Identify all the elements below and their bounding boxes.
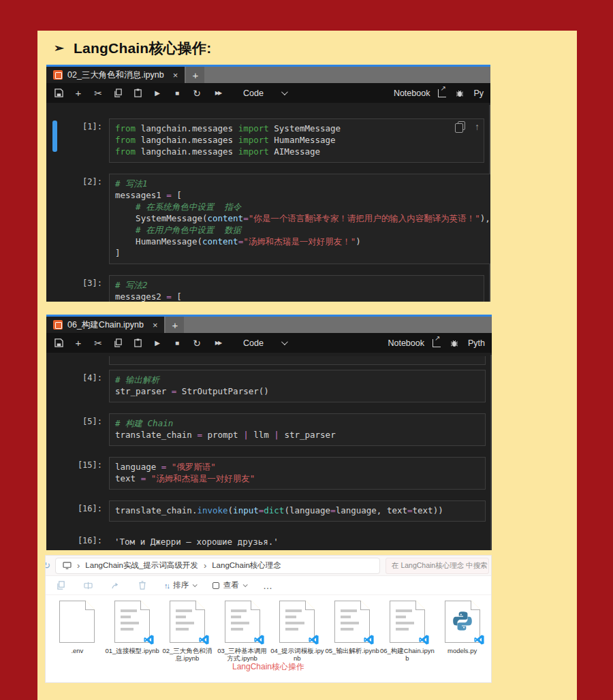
notebook-toolbar: + ✂ ▶ ■ ↻ ▶▶ Code Notebook Pyth bbox=[46, 333, 492, 353]
search-input[interactable]: 在 LangChain核心理念 中搜索 bbox=[386, 558, 489, 574]
explorer-address-bar: ↻ › LangChain实战_提示词高级开发 › LangChain核心理念 … bbox=[46, 556, 491, 576]
notebook-file-icon bbox=[334, 601, 370, 643]
view-dropdown[interactable]: 查看 bbox=[213, 580, 247, 590]
close-icon[interactable]: × bbox=[153, 320, 158, 330]
execution-count-label: [4]: bbox=[46, 370, 109, 383]
sort-dropdown[interactable]: ↑↓ 排序 bbox=[164, 580, 196, 590]
refresh-icon[interactable]: ↻ bbox=[45, 560, 51, 571]
code-editor-cell[interactable]: translate_chain.invoke(input=dict(langua… bbox=[109, 500, 486, 522]
tab-notebook-file[interactable]: 02_三大角色和消息.ipynb × bbox=[46, 67, 185, 83]
file-name: models.py bbox=[447, 647, 477, 654]
cell-type-value: Code bbox=[243, 338, 264, 348]
cell-action-icons[interactable]: ↑ bbox=[458, 121, 480, 132]
code-line: translate_chain = prompt | llm | str_par… bbox=[115, 429, 480, 441]
file-item[interactable]: 06_构建Chain.ipynb bbox=[380, 601, 435, 662]
rename-icon[interactable] bbox=[82, 580, 93, 591]
save-icon[interactable] bbox=[53, 88, 64, 99]
file-item[interactable]: 05_输出解析.ipynb bbox=[325, 601, 380, 662]
page-title-text: LangChain核心操作: bbox=[74, 39, 211, 58]
copy-icon[interactable] bbox=[112, 88, 123, 99]
code-editor-cell[interactable]: from langchain.messages import SystemMes… bbox=[109, 118, 484, 163]
file-name: 01_连接模型.ipynb bbox=[106, 647, 159, 654]
close-icon[interactable]: × bbox=[173, 70, 178, 80]
paste-icon[interactable] bbox=[132, 88, 143, 99]
new-tab-button[interactable]: + bbox=[186, 67, 204, 83]
copy-cell-icon[interactable] bbox=[458, 121, 465, 130]
run-icon[interactable]: ▶ bbox=[152, 88, 163, 99]
open-as-notebook-button[interactable]: Notebook bbox=[394, 89, 430, 98]
stop-icon[interactable]: ■ bbox=[172, 88, 183, 99]
cut-icon[interactable]: ✂ bbox=[93, 88, 104, 99]
restart-icon[interactable]: ↻ bbox=[191, 88, 202, 99]
vscode-badge-icon bbox=[363, 634, 375, 646]
code-editor-cell[interactable]: language = "俄罗斯语"text = "汤姆和杰瑞是一对好朋友" bbox=[109, 457, 486, 490]
open-as-notebook-button[interactable]: Notebook bbox=[388, 338, 424, 348]
move-up-icon[interactable]: ↑ bbox=[475, 121, 480, 132]
python-logo-icon bbox=[451, 609, 474, 633]
copy-icon[interactable] bbox=[55, 580, 66, 591]
vscode-badge-icon bbox=[418, 634, 430, 646]
breadcrumb[interactable]: › LangChain实战_提示词高级开发 › LangChain核心理念 bbox=[55, 558, 380, 574]
file-item[interactable]: 02_三大角色和消息.ipynb bbox=[160, 601, 215, 662]
tab-notebook-file[interactable]: 06_构建Chain.ipynb × bbox=[46, 317, 164, 333]
code-editor-cell[interactable]: # 写法1messages1 = [ # 在系统角色中设置 指令 SystemM… bbox=[109, 174, 490, 264]
external-link-icon[interactable] bbox=[438, 89, 446, 97]
code-editor-cell[interactable]: # 写法2messages2 = [ ("system", "你是一个语言翻译专… bbox=[109, 275, 484, 302]
stop-icon[interactable]: ■ bbox=[172, 338, 183, 349]
slide-card: ➢ LangChain核心操作: 02_三大角色和消息.ipynb × + + … bbox=[37, 31, 577, 700]
vscode-badge-icon bbox=[308, 634, 319, 646]
page-title: ➢ LangChain核心操作: bbox=[54, 39, 211, 58]
tab-bar: 06_构建Chain.ipynb × + bbox=[46, 315, 492, 333]
file-item[interactable]: 01_连接模型.ipynb bbox=[105, 601, 160, 662]
new-tab-button[interactable]: + bbox=[166, 317, 184, 333]
view-label: 查看 bbox=[223, 580, 239, 590]
file-item[interactable]: .env bbox=[50, 601, 105, 662]
sort-label: 排序 bbox=[173, 580, 189, 590]
copy-icon[interactable] bbox=[112, 338, 123, 349]
external-link-icon[interactable] bbox=[433, 339, 441, 347]
view-icon bbox=[213, 582, 219, 589]
delete-icon[interactable] bbox=[137, 580, 148, 591]
file-item[interactable]: 04_提示词模板.ipynb bbox=[270, 601, 325, 662]
run-all-icon[interactable]: ▶▶ bbox=[211, 88, 225, 99]
code-line: text = "汤姆和杰瑞是一对好朋友" bbox=[115, 473, 480, 484]
add-cell-icon[interactable]: + bbox=[73, 338, 84, 349]
code-line: ] bbox=[115, 247, 490, 259]
code-line: # 在系统角色中设置 指令 bbox=[115, 201, 490, 212]
file-item[interactable]: models.py bbox=[435, 601, 490, 662]
bug-icon[interactable] bbox=[454, 88, 465, 99]
code-line: messages2 = [ bbox=[115, 291, 478, 302]
cell-type-dropdown[interactable]: Code bbox=[243, 89, 286, 98]
code-cell-row: [4]:# 输出解析str_parser = StrOutputParser() bbox=[46, 370, 490, 402]
code-line: # 构建 Chain bbox=[115, 417, 480, 429]
save-icon[interactable] bbox=[53, 338, 64, 349]
share-icon[interactable] bbox=[110, 580, 121, 591]
kernel-label[interactable]: Pyth bbox=[468, 338, 485, 348]
run-all-icon[interactable]: ▶▶ bbox=[211, 338, 225, 349]
code-line: from langchain.messages import SystemMes… bbox=[115, 123, 478, 134]
code-editor-cell[interactable]: # 构建 Chaintranslate_chain = prompt | llm… bbox=[109, 413, 486, 446]
vscode-badge-icon bbox=[143, 634, 155, 646]
restart-icon[interactable]: ↻ bbox=[191, 338, 202, 349]
bug-icon[interactable] bbox=[449, 338, 460, 349]
notebook-editor: [4]:# 输出解析str_parser = StrOutputParser()… bbox=[46, 355, 492, 550]
cut-icon[interactable]: ✂ bbox=[93, 338, 104, 349]
more-options-button[interactable]: … bbox=[263, 580, 272, 591]
partial-cell bbox=[46, 356, 490, 365]
breadcrumb-item[interactable]: LangChain核心理念 bbox=[212, 560, 281, 571]
cell-type-dropdown[interactable]: Code bbox=[243, 338, 286, 348]
run-icon[interactable]: ▶ bbox=[152, 338, 163, 349]
vscode-badge-icon bbox=[198, 634, 210, 646]
notebook-file-icon bbox=[225, 601, 260, 643]
blank-file-icon bbox=[59, 601, 95, 643]
code-line: # 输出解析 bbox=[115, 374, 480, 385]
focused-cell-bar bbox=[52, 121, 57, 152]
paste-icon[interactable] bbox=[132, 338, 143, 349]
add-cell-icon[interactable]: + bbox=[73, 88, 84, 99]
breadcrumb-item[interactable]: LangChain实战_提示词高级开发 bbox=[85, 560, 198, 571]
kernel-label[interactable]: Py bbox=[473, 89, 484, 98]
file-name: 02_三大角色和消息.ipynb bbox=[160, 647, 215, 662]
vscode-badge-icon bbox=[473, 634, 485, 646]
file-item[interactable]: 03_三种基本调用方式.ipynb bbox=[215, 601, 270, 662]
code-editor-cell[interactable]: # 输出解析str_parser = StrOutputParser() bbox=[109, 370, 486, 402]
